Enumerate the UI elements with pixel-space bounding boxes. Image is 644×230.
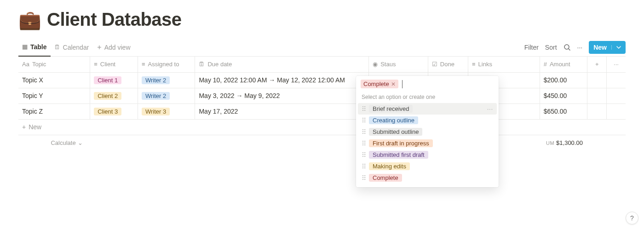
cell-due[interactable]: May 3, 2022 → May 9, 2022	[195, 88, 369, 104]
view-tab-calendar[interactable]: 🗓 Calendar	[51, 38, 93, 57]
more-icon[interactable]: ···	[577, 44, 583, 51]
status-option[interactable]: ⠿ Making edits	[358, 161, 497, 172]
drag-handle-icon[interactable]: ⠿	[362, 140, 365, 147]
drag-handle-icon[interactable]: ⠿	[362, 175, 365, 181]
calculate-button[interactable]: Calculate⌄	[22, 139, 86, 146]
remove-tag-icon[interactable]: ✕	[391, 81, 396, 87]
cell-due[interactable]: May 10, 2022 12:00 AM → May 12, 2022 12:…	[195, 72, 369, 88]
sum-value[interactable]: UM$1,300.00	[540, 135, 587, 150]
plus-icon: +	[97, 44, 101, 51]
column-header-topic[interactable]: AaTopic	[18, 57, 90, 72]
add-column-button[interactable]: +	[587, 57, 607, 72]
table-row[interactable]: Topic X Client 1 Writer 2 May 10, 2022 1…	[18, 72, 626, 88]
chevron-down-icon[interactable]	[611, 45, 621, 50]
status-select-popover: Complete ✕ Select an option or create on…	[356, 76, 499, 187]
status-option[interactable]: ⠿ Submitted outline	[358, 126, 497, 138]
calendar-icon: 🗓	[199, 61, 205, 68]
column-header-status[interactable]: ◉Staus	[369, 57, 428, 72]
column-label: Client	[100, 61, 115, 68]
plus-icon: +	[22, 123, 26, 131]
drag-handle-icon[interactable]: ⠿	[362, 163, 365, 170]
select-icon: ◉	[373, 61, 378, 68]
column-header-done[interactable]: ☑Done	[428, 57, 468, 72]
table-row[interactable]: Topic Y Client 2 Writer 2 May 3, 2022 → …	[18, 88, 626, 104]
list-icon: ≡	[94, 61, 98, 68]
view-tab-table[interactable]: ▦ Table	[18, 38, 51, 57]
svg-point-0	[564, 45, 569, 49]
new-row-label: New	[29, 123, 41, 131]
database-table: AaTopic ≡Client ≡Assigned to 🗓Due date ◉…	[18, 57, 626, 150]
cell-client[interactable]: Client 1	[90, 72, 138, 88]
popover-hint: Select an option or create one	[356, 92, 499, 102]
search-icon[interactable]	[564, 44, 571, 51]
column-header-client[interactable]: ≡Client	[90, 57, 138, 72]
status-option[interactable]: ⠿ Creating outline	[358, 115, 497, 126]
column-label: Done	[440, 61, 454, 68]
cell-topic[interactable]: Topic Z	[18, 104, 90, 119]
help-button[interactable]: ?	[626, 212, 638, 224]
column-header-assigned[interactable]: ≡Assigned to	[138, 57, 195, 72]
cell-assigned[interactable]: Writer 2	[138, 72, 195, 88]
column-header-links[interactable]: ≡Links	[468, 57, 540, 72]
cell-client[interactable]: Client 3	[90, 104, 138, 119]
new-row-button[interactable]: +New	[18, 119, 626, 135]
column-label: Staus	[380, 61, 396, 68]
drag-handle-icon[interactable]: ⠿	[362, 152, 365, 158]
cell-amount[interactable]: $200.00	[540, 72, 587, 88]
status-option[interactable]: ⠿ Submitted first draft	[358, 149, 497, 161]
view-tab-label: Table	[30, 43, 47, 51]
column-header-due[interactable]: 🗓Due date	[195, 57, 369, 72]
table-icon: ▦	[22, 43, 28, 50]
table-row[interactable]: Topic Z Client 3 Writer 3 May 17, 2022 $…	[18, 104, 626, 119]
status-option[interactable]: ⠿ First draft in progress	[358, 138, 497, 149]
add-view-label: Add view	[104, 44, 131, 51]
filter-button[interactable]: Filter	[524, 44, 539, 51]
list-icon: ≡	[472, 61, 476, 68]
new-button[interactable]: New	[589, 41, 626, 54]
drag-handle-icon[interactable]: ⠿	[362, 129, 365, 135]
text-icon: Aa	[22, 61, 29, 68]
cell-amount[interactable]: $450.00	[540, 88, 587, 104]
column-label: Links	[478, 61, 492, 68]
selected-status-tag[interactable]: Complete ✕	[361, 80, 398, 88]
page-icon[interactable]: 💼	[18, 11, 41, 29]
calculate-row: Calculate⌄ UM$1,300.00	[18, 135, 626, 150]
page-title[interactable]: Client Database	[47, 9, 182, 30]
column-label: Topic	[32, 61, 46, 68]
chevron-down-icon: ⌄	[78, 139, 83, 146]
add-view-button[interactable]: + Add view	[92, 38, 135, 57]
cell-topic[interactable]: Topic X	[18, 72, 90, 88]
page-header: 💼 Client Database	[18, 9, 626, 30]
view-tab-label: Calendar	[63, 44, 89, 51]
calendar-icon: 🗓	[54, 44, 60, 51]
number-icon: #	[544, 61, 547, 68]
text-input-cursor[interactable]	[402, 80, 402, 88]
column-more-button[interactable]: ···	[606, 57, 626, 72]
column-header-amount[interactable]: #Amount	[540, 57, 587, 72]
sort-button[interactable]: Sort	[545, 44, 557, 51]
status-option[interactable]: ⠿ Complete	[358, 172, 497, 184]
cell-assigned[interactable]: Writer 2	[138, 88, 195, 104]
column-label: Due date	[207, 61, 232, 68]
column-label: Amount	[550, 61, 570, 68]
svg-line-1	[569, 49, 570, 51]
cell-amount[interactable]: $650.00	[540, 104, 587, 119]
cell-due[interactable]: May 17, 2022	[195, 104, 369, 119]
drag-handle-icon[interactable]: ⠿	[362, 117, 365, 124]
new-button-label: New	[593, 44, 607, 51]
cell-topic[interactable]: Topic Y	[18, 88, 90, 104]
list-icon: ≡	[142, 61, 145, 68]
cell-assigned[interactable]: Writer 3	[138, 104, 195, 119]
checkbox-icon: ☑	[432, 61, 437, 68]
status-option[interactable]: ⠿ Brief received ···	[358, 103, 497, 115]
option-more-icon[interactable]: ···	[487, 106, 493, 112]
column-label: Assigned to	[148, 61, 179, 68]
cell-client[interactable]: Client 2	[90, 88, 138, 104]
drag-handle-icon[interactable]: ⠿	[362, 106, 365, 112]
views-bar: ▦ Table 🗓 Calendar + Add view Filter Sor…	[18, 38, 626, 57]
